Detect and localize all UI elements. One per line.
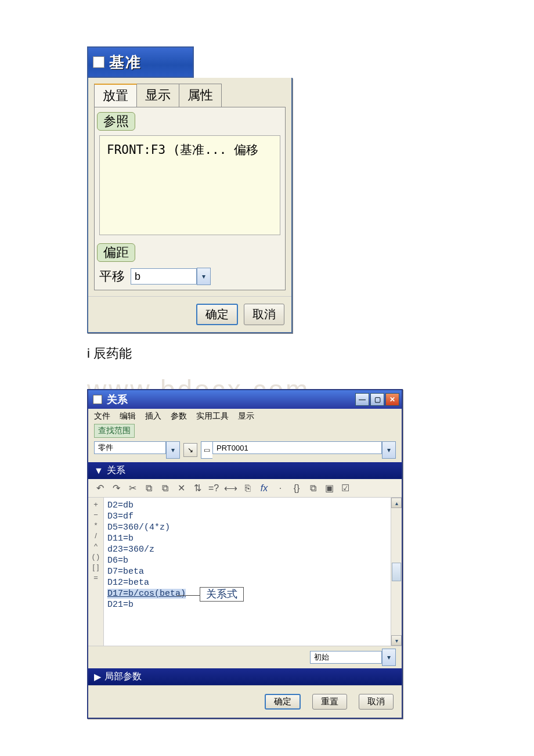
- caption-text: i 辰药能: [87, 345, 534, 362]
- sort-icon[interactable]: ⇅: [192, 483, 203, 494]
- op-minus[interactable]: −: [93, 510, 98, 519]
- operator-gutter: + − * / ^ ( ) [ ] =: [88, 498, 104, 646]
- unit-icon[interactable]: ⧉: [307, 483, 319, 494]
- paste-icon[interactable]: ⧉: [159, 483, 171, 494]
- offset-label: 偏距: [97, 243, 135, 262]
- braces-icon[interactable]: {}: [291, 483, 302, 494]
- op-pow[interactable]: ^: [94, 542, 98, 550]
- relations-toolbar: ↶ ↷ ✂ ⧉ ⧉ ✕ ⇅ =? ⟷ ⎘ fx · {} ⧉ ▣ ☑: [88, 479, 402, 498]
- menu-file[interactable]: 文件: [94, 411, 110, 422]
- menu-edit[interactable]: 编辑: [120, 411, 136, 422]
- dialog-title: 基准: [109, 52, 142, 73]
- translate-label: 平移: [99, 268, 125, 285]
- cancel-button[interactable]: 取消: [359, 694, 394, 710]
- maximize-icon[interactable]: ▢: [370, 393, 384, 406]
- undo-icon[interactable]: ↶: [94, 483, 106, 494]
- scroll-thumb[interactable]: [392, 563, 401, 581]
- op-mult[interactable]: *: [94, 521, 97, 530]
- menu-bar: 文件 编辑 插入 参数 实用工具 显示: [88, 409, 402, 424]
- app-icon: [93, 56, 104, 68]
- delete-icon[interactable]: ✕: [175, 483, 187, 494]
- menu-insert[interactable]: 插入: [145, 411, 161, 422]
- datum-dialog-titlebar[interactable]: 基准: [87, 46, 194, 78]
- menu-params[interactable]: 参数: [171, 411, 187, 422]
- cancel-button[interactable]: 取消: [244, 304, 284, 325]
- reset-button[interactable]: 重置: [312, 694, 347, 710]
- search-scope-label: 查找范围: [94, 424, 135, 438]
- callout-label: 关系式: [200, 587, 244, 602]
- scroll-up-icon[interactable]: ▴: [391, 498, 402, 508]
- ok-button[interactable]: 确定: [265, 694, 301, 710]
- op-equals[interactable]: =: [93, 573, 98, 582]
- tab-display[interactable]: 显示: [136, 84, 179, 107]
- tab-properties[interactable]: 属性: [179, 84, 222, 107]
- triangle-down-icon: ▼: [94, 466, 103, 476]
- menu-tools[interactable]: 实用工具: [196, 411, 229, 422]
- redo-icon[interactable]: ↷: [110, 483, 122, 494]
- relations-title: 关系: [107, 393, 128, 406]
- function-icon[interactable]: fx: [258, 483, 270, 494]
- op-paren[interactable]: ( ): [92, 552, 99, 561]
- op-plus[interactable]: +: [93, 500, 98, 509]
- dropdown-icon[interactable]: ▾: [197, 268, 211, 285]
- ok-button[interactable]: 确定: [196, 304, 238, 325]
- copy-icon[interactable]: ⧉: [143, 483, 154, 494]
- local-params-section-header[interactable]: ▶ 局部参数: [88, 668, 402, 685]
- op-div[interactable]: /: [95, 531, 97, 540]
- relations-dialog: 关系 — ▢ ✕ 文件 编辑 插入 参数 实用工具 显示 查找范围 ▾ ↘: [87, 389, 403, 719]
- chevron-down-icon[interactable]: ▾: [382, 441, 396, 459]
- vertical-scrollbar[interactable]: ▴ ▾: [391, 498, 402, 646]
- select-icon[interactable]: ⎘: [242, 483, 254, 494]
- view-icon[interactable]: ▣: [323, 483, 335, 494]
- references-list[interactable]: FRONT:F3 (基准... 偏移: [99, 135, 280, 235]
- triangle-right-icon: ▶: [94, 671, 101, 682]
- tab-bar: 放置 显示 属性: [88, 78, 291, 107]
- references-label: 参照: [97, 112, 135, 131]
- initial-combo[interactable]: [310, 651, 382, 664]
- translate-input[interactable]: [131, 268, 197, 285]
- code-text[interactable]: D2=db D3=df D5=360/(4*z) D11=b d23=360/z…: [104, 498, 391, 646]
- datum-plane-dialog: 放置 显示 属性 参照 FRONT:F3 (基准... 偏移 偏距 平移 ▾ 确…: [87, 78, 293, 333]
- app-icon: [93, 395, 102, 404]
- tab-placement[interactable]: 放置: [94, 84, 137, 107]
- chevron-down-icon[interactable]: ▾: [382, 649, 396, 666]
- dimension-icon[interactable]: ⟷: [224, 483, 237, 494]
- evaluate-icon[interactable]: =?: [208, 483, 219, 494]
- scroll-down-icon[interactable]: ▾: [391, 635, 402, 646]
- relations-titlebar[interactable]: 关系 — ▢ ✕: [88, 390, 402, 409]
- close-icon[interactable]: ✕: [385, 393, 399, 406]
- op-bracket[interactable]: [ ]: [93, 563, 99, 571]
- part-name-field[interactable]: [212, 441, 382, 454]
- check-icon[interactable]: ☑: [340, 483, 351, 494]
- code-editor: + − * / ^ ( ) [ ] = D2=db D3=df D5=360/(…: [88, 498, 402, 646]
- chevron-down-icon[interactable]: ▾: [166, 441, 180, 459]
- reference-entry[interactable]: FRONT:F3 (基准... 偏移: [107, 143, 258, 157]
- menu-show[interactable]: 显示: [238, 411, 254, 422]
- minimize-icon[interactable]: —: [355, 393, 369, 406]
- cut-icon[interactable]: ✂: [127, 483, 138, 494]
- relations-section-header[interactable]: ▼ 关系: [88, 462, 402, 479]
- dot-icon[interactable]: ·: [275, 483, 286, 494]
- scope-combo[interactable]: [94, 441, 166, 454]
- pick-icon[interactable]: ↘: [183, 443, 197, 457]
- placement-panel: 参照 FRONT:F3 (基准... 偏移 偏距 平移 ▾: [94, 107, 286, 290]
- callout-leader: [176, 595, 201, 596]
